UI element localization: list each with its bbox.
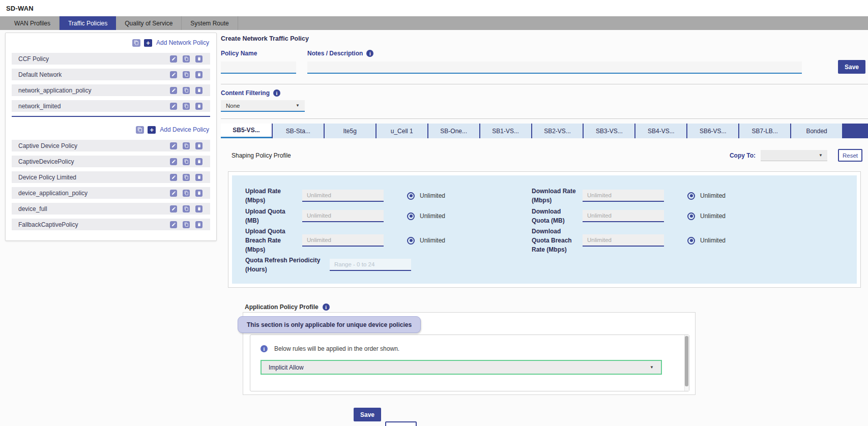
edit-policy-button[interactable] bbox=[170, 158, 177, 165]
unlimited-radio[interactable]: Unlimited bbox=[687, 212, 726, 220]
notes-input[interactable] bbox=[307, 62, 802, 74]
radio-label: Unlimited bbox=[420, 212, 445, 220]
copy-policy-button[interactable] bbox=[183, 205, 190, 212]
delete-policy-button[interactable] bbox=[195, 55, 202, 63]
radio-selected-icon[interactable] bbox=[687, 212, 695, 220]
rate-input[interactable] bbox=[583, 190, 664, 202]
delete-policy-button[interactable] bbox=[195, 87, 202, 94]
copy-policy-button[interactable] bbox=[183, 103, 190, 110]
device-policy-list: Captive Device PolicyCaptiveDevicePolicy… bbox=[6, 140, 216, 230]
copy-policy-button[interactable] bbox=[183, 55, 190, 63]
edit-policy-button[interactable] bbox=[170, 55, 177, 63]
edit-policy-button[interactable] bbox=[170, 142, 177, 149]
add-network-policy-link[interactable]: Add Network Policy bbox=[156, 39, 209, 46]
interface-tab[interactable]: SB4-VS... bbox=[634, 124, 686, 138]
radio-selected-icon[interactable] bbox=[687, 192, 695, 200]
copy-policy-button[interactable] bbox=[183, 158, 190, 165]
copy-policy-button[interactable] bbox=[183, 71, 190, 78]
unlimited-radio[interactable]: Unlimited bbox=[407, 212, 445, 220]
pencil-icon bbox=[171, 205, 176, 212]
copy-icon bbox=[184, 102, 189, 110]
interface-tab[interactable]: SB1-VS... bbox=[479, 124, 531, 138]
delete-policy-button[interactable] bbox=[195, 142, 202, 149]
interface-tab[interactable]: SB-One... bbox=[427, 124, 479, 138]
rule-select[interactable]: Implicit Allow ▼ bbox=[261, 360, 662, 375]
interface-tab[interactable]: SB7-LB... bbox=[738, 124, 790, 138]
content-filtering-label: Content Filtering i bbox=[221, 89, 868, 97]
add-device-policy-button[interactable]: + bbox=[148, 126, 156, 134]
copy-policy-button[interactable] bbox=[183, 87, 190, 94]
shaping-field-row: Upload Quota (MB)Unlimited bbox=[245, 206, 532, 226]
interface-tab[interactable]: SB2-VS... bbox=[531, 124, 583, 138]
content-filtering-select[interactable]: None ▼ bbox=[221, 100, 305, 112]
application-policy-card: This section is only applicable for uniq… bbox=[243, 312, 696, 395]
trash-icon bbox=[197, 71, 201, 78]
edit-policy-button[interactable] bbox=[170, 103, 177, 110]
field-label: Upload Rate (Mbps) bbox=[245, 187, 298, 205]
nav-tab[interactable]: System Route bbox=[182, 16, 238, 30]
policy-name-input[interactable] bbox=[221, 62, 296, 74]
delete-policy-button[interactable] bbox=[195, 71, 202, 78]
interface-tab[interactable]: SB3-VS... bbox=[583, 124, 634, 138]
edit-policy-button[interactable] bbox=[170, 221, 177, 228]
interface-tab[interactable]: SB6-VS... bbox=[686, 124, 738, 138]
edit-policy-button[interactable] bbox=[170, 190, 177, 197]
notes-label-text: Notes / Description bbox=[307, 50, 363, 57]
add-device-policy-link[interactable]: Add Device Policy bbox=[160, 126, 209, 133]
interface-tab[interactable]: lte5g bbox=[324, 124, 375, 138]
radio-selected-icon[interactable] bbox=[407, 212, 415, 220]
unlimited-radio[interactable]: Unlimited bbox=[407, 237, 445, 245]
delete-policy-button[interactable] bbox=[195, 205, 202, 212]
delete-policy-button[interactable] bbox=[195, 174, 202, 181]
rate-input[interactable] bbox=[302, 234, 384, 247]
delete-policy-button[interactable] bbox=[195, 103, 202, 110]
edit-policy-button[interactable] bbox=[170, 87, 177, 94]
pencil-icon bbox=[171, 173, 176, 181]
nav-tab[interactable]: Quality of Service bbox=[116, 16, 182, 30]
edit-policy-button[interactable] bbox=[170, 174, 177, 181]
shaping-panel: Upload Rate (Mbps)UnlimitedUpload Quota … bbox=[232, 175, 857, 284]
reset-button[interactable]: Reset bbox=[838, 149, 862, 162]
add-network-policy-button[interactable]: + bbox=[144, 39, 152, 47]
copy-policy-button[interactable] bbox=[183, 174, 190, 181]
rate-input[interactable] bbox=[302, 190, 384, 202]
interface-tab[interactable]: SB5-VS... bbox=[221, 124, 272, 138]
radio-selected-icon[interactable] bbox=[687, 237, 695, 245]
interface-tab[interactable]: Bonded bbox=[790, 124, 842, 138]
save-policy-button[interactable]: Save bbox=[838, 60, 865, 74]
tab-scroll-right-button[interactable] bbox=[842, 124, 868, 138]
rate-input[interactable] bbox=[583, 234, 664, 247]
copy-policy-button[interactable] bbox=[183, 142, 190, 149]
delete-policy-button[interactable] bbox=[195, 190, 202, 197]
duplicate-icon[interactable] bbox=[136, 126, 144, 134]
scrollbar-thumb[interactable] bbox=[685, 336, 688, 386]
unlimited-radio[interactable]: Unlimited bbox=[687, 192, 726, 200]
rule-value: Implicit Allow bbox=[269, 364, 304, 371]
policy-row: device_application_policy bbox=[12, 187, 210, 199]
nav-tab[interactable]: WAN Profiles bbox=[6, 16, 60, 30]
delete-policy-button[interactable] bbox=[195, 221, 202, 228]
quota-refresh-input[interactable] bbox=[330, 259, 411, 271]
nav-tab[interactable]: Traffic Policies bbox=[60, 16, 116, 30]
duplicate-icon[interactable] bbox=[132, 39, 140, 47]
rate-input[interactable] bbox=[583, 210, 664, 222]
partial-hidden-button[interactable] bbox=[385, 421, 417, 426]
edit-policy-button[interactable] bbox=[170, 71, 177, 78]
copy-to-select[interactable]: ▼ bbox=[761, 150, 827, 161]
page-title: SD-WAN bbox=[6, 5, 34, 12]
radio-selected-icon[interactable] bbox=[407, 192, 415, 200]
scrollbar-track[interactable] bbox=[684, 335, 689, 391]
interface-tab[interactable]: SB-Sta... bbox=[272, 124, 324, 138]
unlimited-radio[interactable]: Unlimited bbox=[687, 237, 726, 245]
shaping-field-row: Upload Quota Breach Rate (Mbps)Unlimited bbox=[245, 227, 532, 254]
radio-selected-icon[interactable] bbox=[407, 237, 415, 245]
pencil-icon bbox=[171, 221, 176, 228]
unlimited-radio[interactable]: Unlimited bbox=[407, 192, 445, 200]
interface-tab[interactable]: u_Cell 1 bbox=[375, 124, 427, 138]
rate-input[interactable] bbox=[302, 210, 384, 222]
copy-policy-button[interactable] bbox=[183, 190, 190, 197]
delete-policy-button[interactable] bbox=[195, 158, 202, 165]
edit-policy-button[interactable] bbox=[170, 205, 177, 212]
save-bottom-button[interactable]: Save bbox=[354, 408, 381, 421]
copy-policy-button[interactable] bbox=[183, 221, 190, 228]
